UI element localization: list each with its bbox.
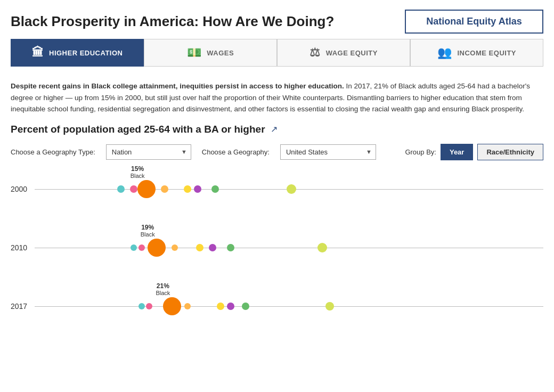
baseline <box>35 248 543 248</box>
external-link-icon[interactable]: ↗ <box>271 124 278 134</box>
dot-tooltip: 15%Black <box>131 165 145 179</box>
data-dot[interactable] <box>117 185 125 193</box>
data-dot[interactable] <box>217 303 224 310</box>
header: Black Prosperity in America: How Are We … <box>0 0 554 39</box>
group-by-race-button[interactable]: Race/Ethnicity <box>477 144 543 160</box>
dot-tooltip: 21%Black <box>156 282 170 296</box>
year-label: 2010 <box>11 243 35 252</box>
description-text: Despite recent gains in Black college at… <box>0 75 543 124</box>
description-bold: Despite recent gains in Black college at… <box>11 82 344 90</box>
data-dot[interactable] <box>184 185 191 193</box>
data-dot[interactable] <box>227 303 234 310</box>
data-dot[interactable] <box>287 184 296 194</box>
chart-area: 200015%Black201019%Black201721%Black <box>11 173 543 322</box>
group-by-label: Group By: <box>405 148 436 156</box>
chart-title: Percent of population aged 25-64 with a … <box>11 124 265 135</box>
data-dot[interactable] <box>138 244 145 251</box>
geography-type-dropdown[interactable]: Nation State Metro County City ▼ <box>106 144 191 160</box>
data-dot[interactable] <box>227 244 234 251</box>
dot-line: 19%Black <box>35 232 543 264</box>
year-label: 2017 <box>11 302 35 311</box>
data-dot[interactable] <box>130 185 137 193</box>
wages-icon: 💵 <box>187 47 202 59</box>
data-dot[interactable] <box>138 303 145 309</box>
data-dot[interactable]: 21%Black <box>163 297 181 315</box>
data-dot[interactable] <box>161 185 168 193</box>
baseline <box>35 306 543 307</box>
chart-row: 201721%Black <box>11 290 543 322</box>
data-dot[interactable]: 15%Black <box>137 180 156 198</box>
geography-dropdown[interactable]: United States ▼ <box>280 144 376 160</box>
tab-income-equity[interactable]: 👥 INCOME EQUITY <box>410 39 543 67</box>
chart-section: Percent of population aged 25-64 with a … <box>0 124 554 322</box>
dot-line: 15%Black <box>35 173 543 205</box>
data-dot[interactable] <box>131 244 137 251</box>
tab-wage-equity[interactable]: ⚖ WAGE EQUITY <box>277 39 410 67</box>
data-dot[interactable] <box>209 244 216 251</box>
data-dot[interactable] <box>146 303 152 309</box>
page-title: Black Prosperity in America: How Are We … <box>11 13 334 30</box>
data-dot[interactable] <box>211 185 219 193</box>
group-by-section: Group By: Year Race/Ethnicity <box>405 144 543 160</box>
chart-row: 200015%Black <box>11 173 543 205</box>
geography-type-label: Choose a Geography Type: <box>11 148 95 156</box>
year-label: 2000 <box>11 185 35 193</box>
data-dot[interactable] <box>194 185 201 193</box>
chart-title-row: Percent of population aged 25-64 with a … <box>11 124 543 135</box>
chart-row: 201019%Black <box>11 232 543 264</box>
atlas-logo: National Equity Atlas <box>405 10 543 34</box>
data-dot[interactable] <box>184 303 191 309</box>
wage-equity-icon: ⚖ <box>309 47 321 59</box>
geography-label: Choose a Geography: <box>202 148 270 156</box>
data-dot[interactable] <box>317 243 327 252</box>
data-dot[interactable] <box>172 244 178 251</box>
tab-wages[interactable]: 💵 WAGES <box>144 39 277 67</box>
group-by-year-button[interactable]: Year <box>441 144 473 160</box>
data-dot[interactable] <box>325 302 334 311</box>
dot-tooltip: 19%Black <box>141 224 155 238</box>
data-dot[interactable]: 19%Black <box>148 239 166 257</box>
data-dot[interactable] <box>242 303 249 310</box>
geography-type-select[interactable]: Nation State Metro County City <box>106 144 191 160</box>
dot-line: 21%Black <box>35 290 543 322</box>
higher-education-icon: 🏛 <box>32 47 44 59</box>
data-dot[interactable] <box>196 244 203 251</box>
controls: Choose a Geography Type: Nation State Me… <box>11 144 543 160</box>
income-equity-icon: 👥 <box>437 47 452 59</box>
geography-select[interactable]: United States <box>280 144 376 160</box>
tab-bar: 🏛 HIGHER EDUCATION 💵 WAGES ⚖ WAGE EQUITY… <box>0 39 554 67</box>
tab-higher-education[interactable]: 🏛 HIGHER EDUCATION <box>11 39 144 67</box>
